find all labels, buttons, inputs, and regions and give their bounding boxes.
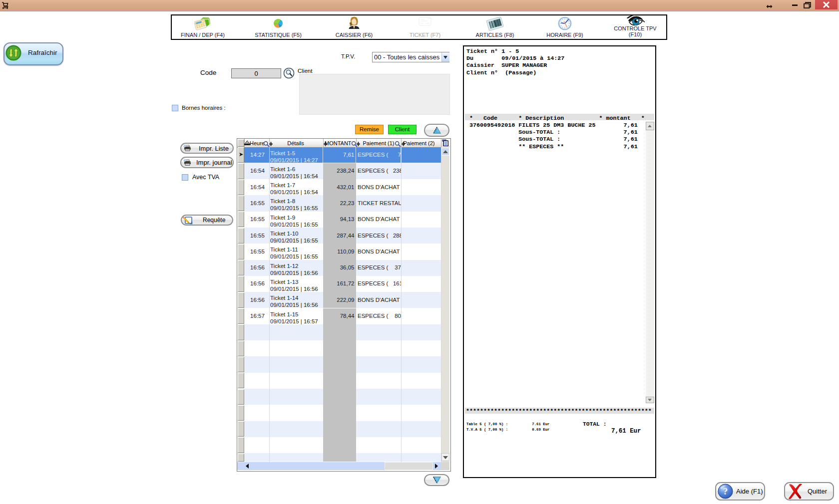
svg-text:?: ? — [723, 486, 728, 497]
